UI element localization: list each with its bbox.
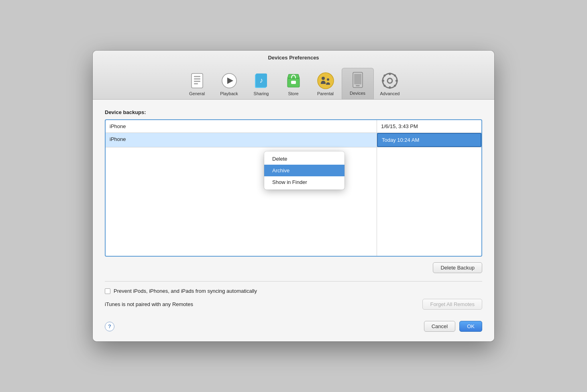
svg-rect-16 — [354, 74, 361, 84]
remotes-row: iTunes is not paired with any Remotes Fo… — [105, 299, 482, 310]
svg-text:♪: ♪ — [259, 76, 263, 84]
svg-rect-2 — [194, 78, 200, 80]
svg-rect-11 — [291, 81, 296, 84]
svg-point-13 — [322, 77, 325, 80]
divider — [105, 281, 482, 282]
ok-button[interactable]: OK — [459, 321, 482, 332]
tab-parental-label: Parental — [317, 91, 334, 96]
svg-rect-21 — [389, 73, 391, 75]
backup-name-2: iPhone — [106, 133, 377, 147]
backup-button-row: Delete Backup — [105, 262, 482, 273]
tab-playback[interactable]: Playback — [213, 69, 245, 99]
table-row[interactable]: iPhone 1/6/15, 3:43 PM — [106, 120, 481, 133]
cancel-button[interactable]: Cancel — [424, 321, 455, 332]
svg-rect-23 — [382, 80, 384, 82]
prevent-syncing-label: Prevent iPods, iPhones, and iPads from s… — [114, 288, 257, 294]
tab-store[interactable]: Store — [277, 69, 310, 99]
table-row[interactable]: iPhone Today 10:24 AM Delete Archive Sho… — [106, 133, 481, 147]
playback-icon — [220, 72, 238, 90]
context-menu: Delete Archive Show in Finder — [264, 151, 344, 190]
bottom-buttons: Cancel OK — [424, 321, 482, 332]
titlebar: Devices Preferences General — [93, 51, 494, 100]
tab-general[interactable]: General — [181, 69, 213, 99]
tab-devices-label: Devices — [350, 91, 365, 96]
tab-sharing-label: Sharing — [254, 91, 269, 96]
svg-rect-18 — [356, 72, 359, 73]
sharing-icon: ♪ — [253, 72, 270, 90]
svg-rect-24 — [395, 80, 398, 82]
remotes-text: iTunes is not paired with any Remotes — [105, 301, 193, 307]
tab-devices[interactable]: Devices — [342, 68, 374, 99]
context-menu-show-finder[interactable]: Show in Finder — [264, 176, 344, 188]
devices-icon — [349, 71, 367, 89]
window-title: Devices Preferences — [93, 55, 494, 65]
help-button[interactable]: ? — [105, 322, 114, 331]
delete-backup-button[interactable]: Delete Backup — [433, 262, 482, 273]
backup-name-1: iPhone — [106, 120, 377, 133]
section-title: Device backups: — [105, 109, 482, 115]
content-area: Device backups: iPhone 1/6/15, 3:43 PM i… — [93, 100, 494, 341]
svg-rect-1 — [194, 76, 200, 77]
preferences-window: Devices Preferences General — [93, 51, 494, 341]
parental-icon — [317, 72, 334, 90]
tab-advanced-label: Advanced — [380, 91, 400, 96]
tab-advanced[interactable]: Advanced — [374, 69, 406, 99]
backup-table: iPhone 1/6/15, 3:43 PM iPhone Today 10:2… — [105, 119, 482, 257]
general-icon — [188, 72, 206, 90]
svg-rect-3 — [194, 81, 200, 82]
svg-point-14 — [327, 78, 329, 81]
context-menu-delete[interactable]: Delete — [264, 153, 344, 165]
tab-playback-label: Playback — [220, 91, 238, 96]
advanced-icon — [381, 72, 399, 90]
store-icon — [285, 72, 302, 90]
backup-date-1: 1/6/15, 3:43 PM — [377, 120, 481, 133]
tab-sharing[interactable]: ♪ Sharing — [245, 69, 277, 99]
svg-point-20 — [387, 78, 392, 83]
tab-store-label: Store — [288, 91, 298, 96]
svg-rect-22 — [389, 86, 391, 89]
prevent-syncing-row: Prevent iPods, iPhones, and iPads from s… — [105, 288, 482, 294]
prevent-syncing-checkbox[interactable] — [105, 288, 110, 294]
toolbar: General Playback ♪ — [93, 65, 494, 99]
svg-rect-17 — [356, 85, 360, 86]
forget-all-remotes-button[interactable]: Forget All Remotes — [422, 299, 482, 310]
svg-rect-4 — [194, 83, 198, 84]
svg-point-12 — [318, 73, 334, 89]
context-menu-archive[interactable]: Archive — [264, 165, 344, 176]
tab-general-label: General — [189, 91, 205, 96]
backup-date-2: Today 10:24 AM — [377, 133, 481, 147]
tab-parental[interactable]: Parental — [310, 69, 342, 99]
bottom-bar: ? Cancel OK — [105, 318, 482, 332]
